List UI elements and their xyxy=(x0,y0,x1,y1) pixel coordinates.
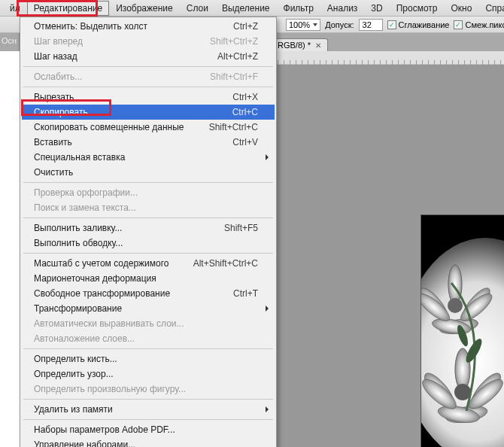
menu-item-label: Шаг назад xyxy=(34,51,77,62)
menu-item-22[interactable]: Трансформирование xyxy=(22,301,275,316)
menu-item-9[interactable]: ВставитьCtrl+V xyxy=(22,135,275,150)
options-left-label: Осн xyxy=(0,33,20,51)
antialias-label: Сглаживание xyxy=(399,20,450,29)
menu-item-label: Скопировать xyxy=(34,107,88,117)
menu-image[interactable]: Изображение xyxy=(109,1,180,16)
menu-item-label: Определить произвольную фигуру... xyxy=(34,384,186,394)
menu-item-27[interactable]: Определить узор... xyxy=(22,366,275,382)
menu-window[interactable]: Окно xyxy=(445,1,479,16)
menu-item-label: Определить кисть... xyxy=(34,354,117,364)
menu-item-shortcut: Alt+Shift+Ctrl+C xyxy=(193,258,258,269)
menu-item-1: Шаг впередShift+Ctrl+Z xyxy=(22,34,275,49)
menu-item-6[interactable]: ВырезатьCtrl+X xyxy=(22,90,275,105)
canvas-image xyxy=(421,215,504,447)
menu-item-24: Автоналожение слоев... xyxy=(22,331,275,346)
menu-item-label: Масштаб с учетом содержимого xyxy=(34,258,169,269)
menu-separator xyxy=(23,66,273,67)
menu-item-26[interactable]: Определить кисть... xyxy=(22,351,275,366)
menu-item-17[interactable]: Выполнить обводку... xyxy=(22,236,275,251)
document-canvas[interactable] xyxy=(421,215,504,447)
menu-separator xyxy=(23,253,273,254)
menu-item-label: Удалить из памяти xyxy=(34,404,113,415)
menu-select[interactable]: Выделение xyxy=(215,1,277,16)
menu-item-7[interactable]: СкопироватьCtrl+C xyxy=(22,105,275,120)
chevron-down-icon xyxy=(313,23,317,26)
menu-item-shortcut: Ctrl+T xyxy=(233,288,258,299)
menu-item-label: Свободное трансформирование xyxy=(34,288,170,299)
menu-item-shortcut: Ctrl+C xyxy=(232,107,258,117)
document-tab-2[interactable]: RGB/8) * ✕ xyxy=(271,38,328,51)
menu-item-shortcut: Shift+Ctrl+Z xyxy=(210,36,258,47)
menu-item-11[interactable]: Очистить xyxy=(22,165,275,180)
menu-item-label: Очистить xyxy=(34,167,73,178)
menu-item-14: Поиск и замена текста... xyxy=(22,200,275,215)
menu-item-label: Наборы параметров Adobe PDF... xyxy=(34,424,175,435)
menu-item-label: Отменить: Выделить холст xyxy=(34,21,147,32)
menu-item-shortcut: Shift+Ctrl+F xyxy=(210,71,258,82)
menu-item-label: Автоматически выравнивать слои... xyxy=(34,318,184,329)
menu-item-19[interactable]: Масштаб с учетом содержимогоAlt+Shift+Ct… xyxy=(22,256,275,271)
menu-item-23: Автоматически выравнивать слои... xyxy=(22,316,275,331)
menu-view[interactable]: Просмотр xyxy=(390,1,445,16)
menu-help[interactable]: Справка xyxy=(478,1,504,16)
chevron-right-icon xyxy=(266,406,269,412)
menu-item-label: Выполнить обводку... xyxy=(34,238,123,248)
menu-item-0[interactable]: Отменить: Выделить холстCtrl+Z xyxy=(22,19,275,34)
svg-point-10 xyxy=(448,298,463,313)
menu-separator xyxy=(23,348,273,349)
menu-item-label: Шаг вперед xyxy=(34,36,83,47)
menu-item-30[interactable]: Удалить из памяти xyxy=(22,402,275,417)
menu-item-32[interactable]: Наборы параметров Adobe PDF... xyxy=(22,422,275,437)
menu-edit[interactable]: Редактирование xyxy=(27,1,109,16)
menu-item-label: Автоналожение слоев... xyxy=(34,333,135,344)
menu-item-8[interactable]: Скопировать совмещенные данныеShift+Ctrl… xyxy=(22,120,275,135)
menu-item-21[interactable]: Свободное трансформированиеCtrl+T xyxy=(22,286,275,301)
tab-label: RGB/8) * xyxy=(278,41,311,50)
menu-item-16[interactable]: Выполнить заливку...Shift+F5 xyxy=(22,220,275,236)
menu-item-2[interactable]: Шаг назадAlt+Ctrl+Z xyxy=(22,49,275,64)
menu-item-shortcut: Shift+F5 xyxy=(224,223,258,233)
menu-filter[interactable]: Фильтр xyxy=(277,1,320,16)
edit-dropdown-menu: Отменить: Выделить холстCtrl+ZШаг вперед… xyxy=(20,17,277,447)
menu-item-shortcut: Shift+Ctrl+C xyxy=(209,122,258,132)
menu-analysis[interactable]: Анализ xyxy=(320,1,365,16)
menu-item-20[interactable]: Марионеточная деформация xyxy=(22,271,275,286)
antialias-checkbox[interactable]: ✓ Сглаживание xyxy=(387,20,450,29)
zoom-value: 100% xyxy=(289,20,310,29)
menu-layers[interactable]: Слои xyxy=(180,1,215,16)
svg-point-19 xyxy=(454,384,471,400)
canvas-workspace xyxy=(271,65,504,447)
menu-item-33[interactable]: Управление наборами... xyxy=(22,437,275,447)
menu-separator xyxy=(23,419,273,420)
menu-item-shortcut: Ctrl+Z xyxy=(233,21,258,32)
checkbox-icon: ✓ xyxy=(387,20,396,29)
menu-item-shortcut: Ctrl+V xyxy=(232,137,258,147)
menu-separator xyxy=(23,182,273,183)
menu-item-label: Поиск и замена текста... xyxy=(34,202,136,213)
menu-separator xyxy=(23,87,273,87)
menu-item-4: Ослабить...Shift+Ctrl+F xyxy=(22,69,275,84)
menu-3d[interactable]: 3D xyxy=(364,1,389,16)
menu-item-label: Марионеточная деформация xyxy=(34,273,156,284)
tolerance-input[interactable] xyxy=(359,19,383,31)
menu-item-label: Проверка орфографии... xyxy=(34,187,138,198)
menu-separator xyxy=(23,217,273,218)
zoom-dropdown[interactable]: 100% xyxy=(286,19,320,31)
menu-item-label: Выполнить заливку... xyxy=(34,223,122,233)
menu-item-label: Вставить xyxy=(34,137,72,147)
menu-item-shortcut: Alt+Ctrl+Z xyxy=(217,51,258,62)
close-icon[interactable]: ✕ xyxy=(315,41,321,50)
menu-item-label: Скопировать совмещенные данные xyxy=(34,122,184,132)
contiguous-checkbox[interactable]: ✓ Смеж.пикс xyxy=(454,20,504,29)
menu-item-10[interactable]: Специальная вставка xyxy=(22,150,275,165)
menu-item-label: Специальная вставка xyxy=(34,152,125,163)
tolerance-label: Допуск: xyxy=(325,20,354,29)
main-menubar: йл Редактирование Изображение Слои Выдел… xyxy=(0,0,504,17)
contiguous-label: Смеж.пикс xyxy=(465,20,504,29)
menu-item-label: Определить узор... xyxy=(34,369,114,379)
ruler-horizontal xyxy=(271,51,504,65)
menu-item-label: Ослабить... xyxy=(34,71,82,82)
chevron-right-icon xyxy=(266,306,269,312)
menu-item-shortcut: Ctrl+X xyxy=(232,92,258,102)
menu-file[interactable]: йл xyxy=(3,1,27,16)
